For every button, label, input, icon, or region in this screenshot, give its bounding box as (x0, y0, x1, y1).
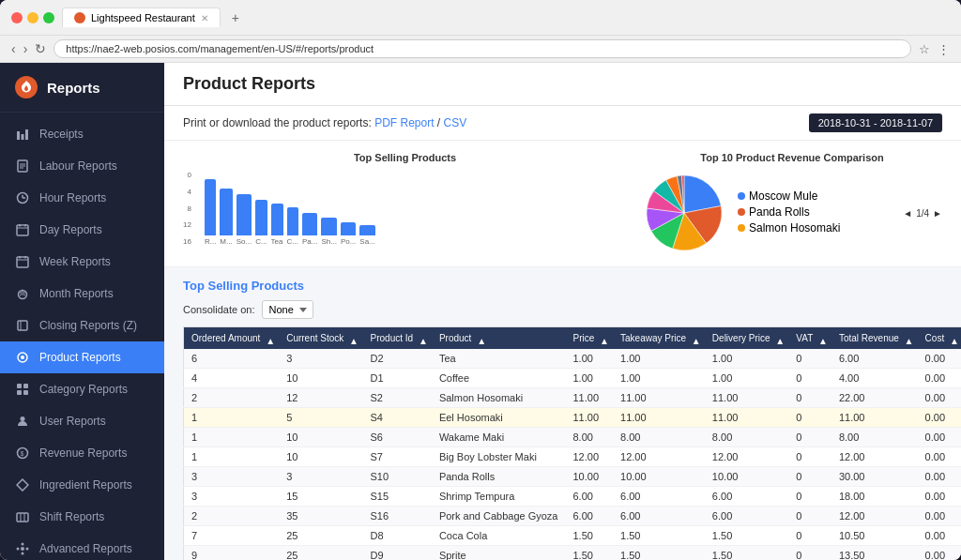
consolidate-select[interactable]: None (262, 300, 313, 319)
table-cell: 6.00 (831, 349, 918, 369)
sidebar-item-month[interactable]: Month Reports (0, 278, 164, 310)
table-cell: Coca Cola (432, 526, 566, 546)
pie-prev-icon[interactable]: ◄ (903, 208, 912, 219)
shift-icon (15, 509, 30, 524)
sidebar-item-category[interactable]: Category Reports (0, 373, 164, 405)
reload-button[interactable]: ↻ (35, 41, 46, 56)
table-cell: 11.00 (705, 388, 788, 408)
more-icon[interactable]: ⋮ (938, 42, 950, 56)
pdf-report-link[interactable]: PDF Report (374, 116, 434, 129)
col-pid[interactable]: Product Id ▲ (363, 327, 432, 350)
col-delivery[interactable]: Delivery Price ▲ (705, 327, 788, 350)
table-cell: 1.00 (705, 349, 788, 369)
table-cell: 0.00 (918, 447, 961, 467)
legend-label: Panda Rolls (749, 205, 810, 219)
table-cell: 8.00 (705, 428, 788, 447)
col-price[interactable]: Price ▲ (565, 327, 613, 350)
svg-point-34 (21, 547, 24, 551)
sidebar-item-day[interactable]: Day Reports (0, 214, 164, 246)
table-cell: 0 (788, 526, 831, 546)
back-button[interactable]: ‹ (11, 41, 16, 56)
category-icon (15, 382, 30, 397)
table-cell: 10.00 (565, 467, 613, 487)
minimize-button[interactable] (27, 12, 38, 23)
month-icon (15, 286, 30, 301)
table-cell: 3 (184, 467, 280, 487)
svg-point-38 (26, 548, 29, 551)
pie-chart-body: Moscow MulePanda RollsSalmon Hosomaki ◄ … (642, 171, 942, 255)
sidebar-title: Reports (47, 80, 100, 96)
sidebar-nav: Receipts Labour Reports Hour Reports (0, 113, 164, 560)
svg-point-23 (21, 356, 24, 359)
maximize-button[interactable] (43, 12, 54, 23)
bookmark-icon[interactable]: ☆ (919, 42, 930, 56)
close-button[interactable] (11, 12, 23, 23)
csv-link[interactable]: CSV (444, 116, 467, 129)
product-label: Product Reports (39, 351, 121, 364)
table-cell: 12 (279, 388, 362, 408)
sidebar-item-product[interactable]: Product Reports (0, 341, 164, 373)
pie-page: 1/4 (916, 208, 929, 219)
table-body: 63D2Tea1.001.001.0006.000.006.00410D1Cof… (184, 349, 962, 560)
section-title: Top Selling Products (183, 279, 942, 293)
bar-group: Sa... (359, 225, 374, 246)
sidebar-item-week[interactable]: Week Reports (0, 246, 164, 278)
browser-tab[interactable]: Lightspeed Restaurant ✕ (62, 8, 221, 27)
table-cell: 6.00 (613, 487, 705, 507)
address-input[interactable] (53, 39, 911, 58)
table-cell: D8 (363, 526, 432, 546)
table-cell: 1.50 (565, 546, 613, 561)
sidebar-item-user[interactable]: User Reports (0, 405, 164, 437)
table-cell: 0 (788, 408, 831, 428)
sidebar-item-advanced[interactable]: Advanced Reports (0, 533, 164, 560)
tab-close-icon[interactable]: ✕ (201, 13, 208, 23)
table-cell: S10 (363, 467, 432, 487)
table-cell: 6.00 (705, 487, 788, 507)
col-cost[interactable]: Cost ▲ (918, 327, 961, 350)
table-cell: 12.00 (565, 447, 613, 467)
new-tab-button[interactable]: + (232, 10, 239, 25)
sidebar-item-labour[interactable]: Labour Reports (0, 150, 164, 182)
bar-group: So... (236, 194, 252, 246)
col-stock[interactable]: Current Stock ▲ (279, 327, 362, 350)
app-logo (15, 76, 38, 98)
col-takeaway[interactable]: Takeaway Price ▲ (613, 327, 705, 350)
table-cell: 1.50 (705, 526, 788, 546)
pie-svg (642, 171, 726, 255)
forward-button[interactable]: › (23, 41, 28, 56)
col-vat[interactable]: VAT ▲ (788, 327, 831, 350)
col-ordered[interactable]: Ordered Amount ▲ (184, 327, 280, 350)
table-cell: 0 (788, 388, 831, 408)
bar-label: M... (220, 237, 232, 246)
bar-group: Sh... (321, 218, 336, 246)
table-cell: D1 (363, 369, 432, 388)
table-cell: 0 (788, 349, 831, 369)
sidebar-item-receipts[interactable]: Receipts (0, 118, 164, 150)
table-cell: 8.00 (831, 428, 918, 447)
sidebar-item-closing[interactable]: Closing Reports (Z) (0, 310, 164, 341)
legend-item: Panda Rolls (738, 205, 840, 219)
date-range-badge[interactable]: 2018-10-31 - 2018-11-07 (809, 114, 942, 132)
table-row: 15S4Eel Hosomaki11.0011.0011.00011.000.0… (184, 408, 962, 428)
table-cell: 0 (788, 467, 831, 487)
sidebar-item-revenue[interactable]: $ Revenue Reports (0, 437, 164, 469)
sidebar-item-ingredient[interactable]: Ingredient Reports (0, 469, 164, 501)
table-cell: 0.00 (918, 408, 961, 428)
address-bar-row: ‹ › ↻ ☆ ⋮ (0, 36, 961, 63)
pie-nav[interactable]: ◄ 1/4 ► (903, 208, 942, 219)
pie-next-icon[interactable]: ► (933, 208, 942, 219)
charts-row: Top Selling Products 16 12 8 4 0 R...M..… (164, 141, 961, 267)
sidebar-item-hour[interactable]: Hour Reports (0, 182, 164, 214)
traffic-lights (11, 12, 54, 23)
legend-color-dot (738, 224, 745, 232)
col-product[interactable]: Product ▲ (432, 327, 566, 350)
table-cell: D2 (363, 349, 432, 369)
document-icon (15, 159, 30, 174)
svg-rect-24 (17, 384, 22, 388)
sidebar-item-shift[interactable]: Shift Reports (0, 501, 164, 533)
table-cell: 7 (184, 526, 280, 546)
table-cell: 10 (279, 447, 362, 467)
col-revenue[interactable]: Total Revenue ▲ (831, 327, 918, 350)
table-cell: 0.00 (918, 467, 961, 487)
table-cell: 10.00 (613, 467, 705, 487)
